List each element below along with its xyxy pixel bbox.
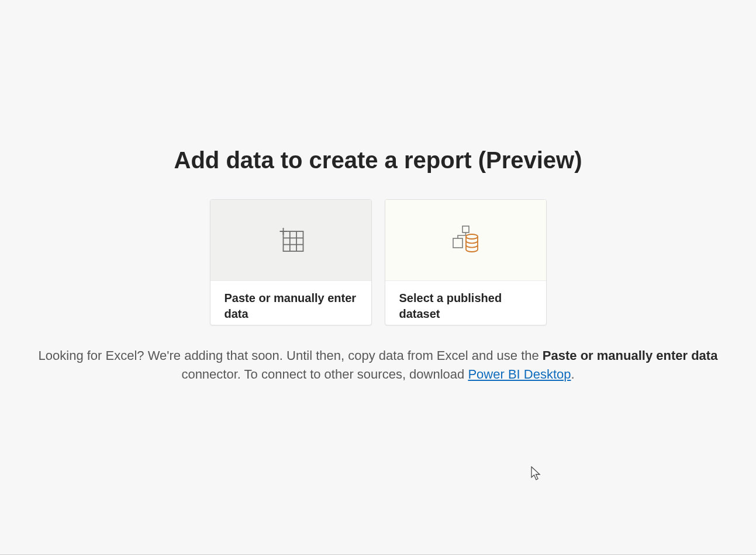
add-data-panel: Add data to create a report (Preview) <box>16 147 741 384</box>
paste-data-card[interactable]: Paste or manually enter data <box>210 199 372 325</box>
svg-rect-8 <box>453 238 462 248</box>
cursor-icon <box>531 466 541 481</box>
paste-card-label-area: Paste or manually enter data <box>210 281 371 325</box>
helper-text: Looking for Excel? We're adding that soo… <box>16 346 741 384</box>
svg-rect-7 <box>462 226 469 233</box>
helper-mid: connector. To connect to other sources, … <box>181 367 468 381</box>
dataset-card-label-area: Select a published dataset <box>385 281 546 325</box>
helper-prefix: Looking for Excel? We're adding that soo… <box>39 348 543 363</box>
power-bi-desktop-link[interactable]: Power BI Desktop <box>468 367 571 381</box>
option-cards: Paste or manually enter data <box>210 199 547 325</box>
helper-bold: Paste or manually enter data <box>543 348 718 363</box>
dataset-icon <box>450 224 481 256</box>
svg-point-9 <box>466 234 478 239</box>
published-dataset-card[interactable]: Select a published dataset <box>385 199 547 325</box>
dataset-card-icon-area <box>385 200 546 281</box>
helper-suffix: . <box>571 367 574 381</box>
paste-card-icon-area <box>210 200 371 281</box>
page-title: Add data to create a report (Preview) <box>174 147 582 174</box>
dataset-card-label: Select a published dataset <box>399 290 532 322</box>
table-add-icon <box>277 225 305 255</box>
paste-card-label: Paste or manually enter data <box>225 290 357 322</box>
svg-rect-2 <box>284 231 303 251</box>
